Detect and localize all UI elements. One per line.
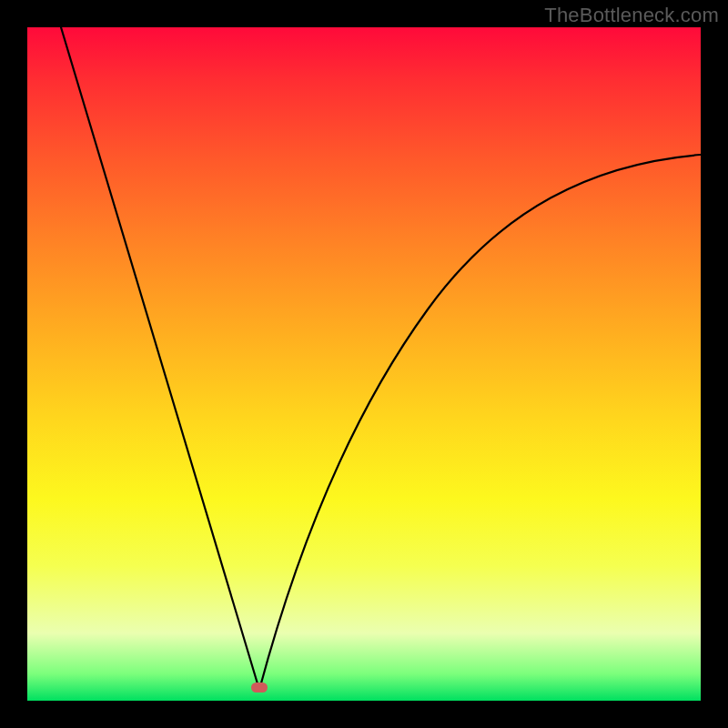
watermark-text: TheBottleneck.com: [544, 4, 719, 27]
chart-plot-area: [27, 27, 701, 701]
bottleneck-curve-right: [259, 155, 701, 690]
optimum-marker: [251, 682, 268, 693]
bottleneck-curve-left: [61, 27, 259, 690]
chart-svg: [27, 27, 701, 701]
